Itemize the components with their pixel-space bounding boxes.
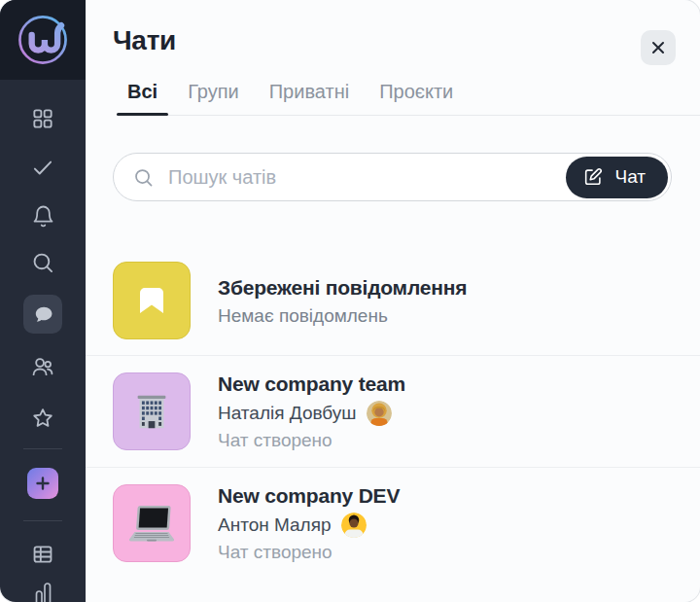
bookmark-icon [128,277,175,324]
chat-title: New company team [218,372,405,397]
chat-status: Чат створено [218,542,400,563]
tab-private[interactable]: Приватні [259,81,360,115]
add-new-button[interactable] [27,468,58,499]
chat-filter-tabs: Всі Групи Приватні Проєкти [117,81,700,116]
bell-icon [31,204,55,229]
chat-row-new-company-team[interactable]: New company team Наталія Довбуш [86,355,700,467]
chat-texts: New company team Наталія Довбуш [218,372,405,451]
chats-main: Чати Всі Групи Приватні Проєкти [86,0,700,602]
chat-last-author: Наталія Довбуш [218,403,357,424]
new-chat-button[interactable]: Чат [566,157,668,198]
laptop-icon [126,502,177,545]
office-building-icon [129,389,174,434]
stats-chart-icon [29,581,56,602]
chat-last-author-row: Наталія Довбуш [218,401,405,426]
tab-all[interactable]: Всі [117,81,168,115]
chats-panel: Чати Всі Групи Приватні Проєкти [0,0,700,602]
tab-groups[interactable]: Групи [177,81,250,115]
sidebar-divider [23,520,62,521]
sidebar-item-people[interactable] [23,347,62,386]
chat-title: New company DEV [218,483,400,509]
page-title: Чати [113,25,700,56]
workspace-logo[interactable] [0,0,86,80]
sidebar-item-notifications[interactable] [23,196,62,235]
plus-icon [35,476,51,491]
chat-title: Збережені повідомлення [218,275,467,301]
sidebar-divider [23,448,62,449]
chat-last-author: Антон Маляр [218,514,332,536]
sidebar-item-table[interactable] [23,535,62,574]
saved-messages-avatar [113,262,191,339]
compose-icon [582,166,604,188]
sidebar [0,0,86,602]
people-icon [30,354,55,379]
search-icon [132,166,155,189]
participant-avatar [367,401,392,426]
team-chat-avatar [113,372,191,450]
dev-chat-avatar [113,484,191,562]
chat-texts: Збережені повідомлення Немає повідомлень [218,275,467,327]
chat-texts: New company DEV Антон Маляр Чат [218,483,400,563]
sidebar-item-stats[interactable] [23,578,62,602]
sidebar-item-apps[interactable] [23,99,62,138]
chat-last-author-row: Антон Маляр [218,513,400,538]
sidebar-item-chats[interactable] [23,295,62,334]
chat-subtitle: Немає повідомлень [218,305,467,327]
star-icon [30,406,55,431]
chat-bubble-icon [31,302,55,327]
chat-status: Чат створено [218,430,405,451]
chat-row-saved-messages[interactable]: Збережені повідомлення Немає повідомлень [86,246,700,355]
search-bar: Чат [113,153,672,201]
table-icon [30,542,55,567]
new-chat-button-label: Чат [614,166,646,188]
search-icon [30,250,55,275]
chat-row-new-company-dev[interactable]: New company DEV Антон Маляр Чат [86,467,700,579]
close-button[interactable] [641,30,676,65]
sidebar-item-favorites[interactable] [23,399,62,438]
close-icon [650,40,666,55]
tab-projects[interactable]: Проєкти [368,81,464,115]
logo-icon [15,12,71,68]
participant-avatar [341,513,367,538]
sidebar-item-search[interactable] [23,243,62,282]
search-row: Чат [113,153,672,201]
sidebar-item-tasks[interactable] [23,148,62,187]
apps-grid-icon [30,106,55,131]
chat-list: Збережені повідомлення Немає повідомлень [86,246,700,579]
check-icon [30,155,55,180]
